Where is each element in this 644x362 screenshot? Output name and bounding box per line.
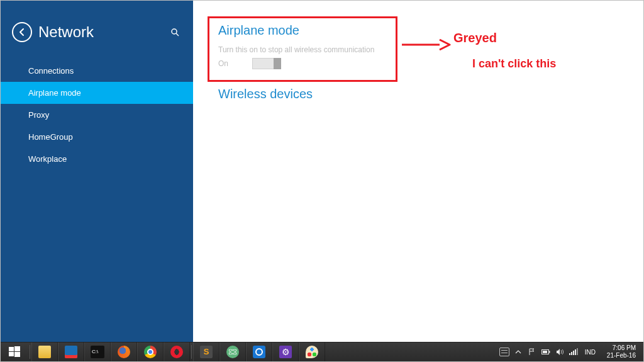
svg-rect-10 (569, 353, 570, 355)
svg-rect-13 (575, 349, 576, 355)
volume-icon (556, 348, 564, 356)
settings-gear-icon: ⚙ (279, 346, 292, 358)
sidebar-item-label: Airplane mode (28, 88, 81, 98)
sidebar-item-homegroup[interactable]: HomeGroup (1, 126, 193, 148)
file-explorer-icon (38, 346, 51, 358)
sidebar-item-proxy[interactable]: Proxy (1, 104, 193, 126)
sidebar-item-connections[interactable]: Connections (1, 60, 193, 82)
taskbar-clock[interactable]: 7:06 PM 21-Feb-16 (602, 343, 638, 361)
svg-rect-12 (573, 351, 574, 355)
sidebar-item-label: HomeGroup (28, 132, 73, 142)
ime-indicator[interactable]: IND (582, 349, 598, 356)
lenovo-icon (65, 346, 77, 358)
chrome-icon (144, 346, 157, 358)
clock-time: 7:06 PM (607, 344, 636, 352)
battery-icon (541, 349, 550, 355)
section-description: Turn this on to stop all wireless commun… (218, 45, 643, 54)
client-area: Network Connections Airplane mode Proxy (1, 1, 643, 342)
section-title-wireless-devices: Wireless devices (218, 87, 643, 101)
svg-rect-8 (549, 351, 550, 353)
taskbar-app-paint[interactable] (299, 342, 325, 361)
tray-battery-icon[interactable] (541, 347, 551, 357)
sidebar-item-workplace[interactable]: Workplace (1, 148, 193, 170)
taskbar: C:\ S (1, 342, 643, 361)
svg-rect-9 (543, 351, 547, 353)
svg-rect-3 (9, 347, 14, 351)
airplane-mode-toggle (252, 58, 281, 69)
sublime-icon: S (200, 346, 213, 358)
toggle-state-label: On (218, 59, 228, 68)
sidebar-title: Network (38, 23, 169, 41)
start-button[interactable] (1, 342, 28, 361)
search-icon (170, 28, 179, 37)
sidebar-item-label: Proxy (28, 110, 49, 120)
firefox-icon (118, 346, 130, 358)
svg-line-1 (176, 33, 179, 36)
sidebar-items: Connections Airplane mode Proxy HomeGrou… (1, 60, 193, 170)
svg-rect-14 (577, 348, 578, 355)
svg-point-0 (172, 29, 177, 34)
content-pane: Airplane mode Turn this on to stop all w… (193, 1, 643, 342)
sidebar-item-airplane-mode[interactable]: Airplane mode (1, 82, 193, 104)
search-button[interactable] (169, 26, 180, 38)
opera-icon (170, 346, 183, 358)
touch-keyboard-button[interactable] (499, 347, 509, 357)
tray-volume-icon[interactable] (555, 347, 565, 357)
sidebar-item-label: Connections (28, 66, 74, 76)
sidebar-header: Network (1, 22, 193, 54)
terminal-icon: C:\ (91, 346, 104, 358)
taskbar-divider (191, 345, 192, 359)
taskbar-right: IND 7:06 PM 21-Feb-16 (499, 342, 643, 361)
taskbar-left: C:\ S (1, 342, 325, 361)
taskbar-app-firefox[interactable] (111, 342, 137, 361)
toggle-thumb (274, 58, 281, 69)
taskbar-app-lenovo[interactable] (58, 342, 84, 361)
back-button[interactable] (12, 22, 32, 42)
taskbar-app-opera[interactable] (164, 342, 190, 361)
chevron-up-icon (515, 349, 521, 355)
taskbar-app-terminal[interactable]: C:\ (84, 342, 111, 361)
svg-rect-11 (571, 352, 572, 355)
atom-icon (226, 346, 239, 358)
taskbar-divider (30, 345, 30, 359)
paint-icon (306, 346, 318, 358)
clock-date: 21-Feb-16 (607, 352, 636, 359)
back-arrow-icon (18, 28, 26, 37)
wifi-signal-icon (569, 348, 578, 356)
keyboard-icon (499, 348, 509, 356)
taskbar-app-camera[interactable] (246, 342, 272, 361)
svg-rect-5 (9, 352, 14, 356)
airplane-mode-toggle-row: On (218, 58, 643, 69)
svg-rect-6 (14, 352, 20, 357)
sidebar: Network Connections Airplane mode Proxy (1, 1, 193, 342)
taskbar-app-chrome[interactable] (137, 342, 164, 361)
taskbar-app-atom[interactable] (219, 342, 246, 361)
taskbar-app-sublime[interactable]: S (193, 342, 219, 361)
tray-chevron-button[interactable] (513, 347, 523, 357)
svg-rect-4 (14, 346, 20, 351)
taskbar-app-file-explorer[interactable] (31, 342, 58, 361)
tray-network-icon[interactable] (569, 347, 579, 357)
windows-logo-icon (9, 346, 20, 358)
tray-security-icon[interactable] (527, 347, 537, 357)
flag-icon (528, 348, 536, 356)
camera-icon (253, 346, 265, 358)
section-title-airplane-mode: Airplane mode (218, 23, 643, 38)
settings-window: Network Connections Airplane mode Proxy (0, 0, 644, 362)
sidebar-item-label: Workplace (28, 154, 67, 164)
taskbar-app-settings[interactable]: ⚙ (272, 342, 299, 361)
